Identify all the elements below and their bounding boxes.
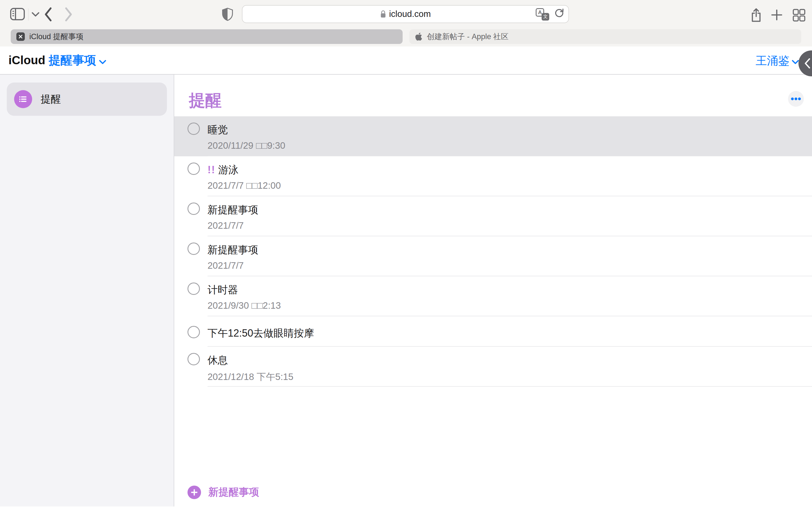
tab-label: iCloud 提醒事项 bbox=[29, 32, 84, 42]
row-divider bbox=[207, 386, 812, 387]
reminder-complete-toggle[interactable] bbox=[188, 353, 200, 365]
collapse-panel-button[interactable] bbox=[799, 50, 812, 76]
chevron-left-icon bbox=[45, 7, 52, 21]
translate-button[interactable]: A 文 bbox=[536, 8, 549, 20]
user-menu[interactable]: 王涌鉴 bbox=[756, 47, 799, 75]
plus-icon bbox=[770, 8, 783, 21]
tab-label: 创建新帖子 - Apple 社区 bbox=[427, 32, 509, 42]
shield-icon bbox=[221, 7, 234, 21]
chevron-right-icon bbox=[65, 7, 72, 21]
reload-icon bbox=[554, 8, 565, 19]
reminder-complete-toggle[interactable] bbox=[188, 122, 200, 135]
chevron-down-icon bbox=[99, 60, 106, 64]
sidebar-toggle-icon bbox=[10, 8, 25, 20]
reminder-date: 2021/7/7 bbox=[207, 260, 812, 271]
lock-icon bbox=[380, 10, 386, 18]
reminders-list-icon bbox=[14, 90, 32, 108]
lists-sidebar: 提醒 bbox=[0, 75, 174, 506]
reminder-date: 2021/12/18 下午5:15 bbox=[207, 371, 812, 383]
reminder-title: 计时器 bbox=[207, 284, 238, 295]
reminder-title: 新提醒事项 bbox=[207, 204, 258, 216]
browser-chrome: icloud.com A 文 bbox=[0, 0, 812, 47]
list-title: 提醒 bbox=[189, 90, 221, 112]
share-icon bbox=[750, 7, 762, 22]
sidebar-toggle-button[interactable] bbox=[10, 8, 25, 20]
forward-button[interactable] bbox=[65, 7, 72, 21]
reminder-complete-toggle[interactable] bbox=[188, 163, 200, 175]
reminder-complete-toggle[interactable] bbox=[188, 283, 200, 295]
reminders-panel: 提醒 睡觉 2020/11/29 □□9:30 !!游泳 2021/7/7 □□… bbox=[174, 75, 812, 506]
url-text: icloud.com bbox=[389, 9, 431, 19]
reminder-row[interactable]: 新提醒事项 2021/7/7 bbox=[174, 196, 812, 236]
apple-logo-icon bbox=[415, 32, 422, 41]
back-button[interactable] bbox=[45, 7, 52, 21]
reminder-row[interactable]: 下午12:50去做眼睛按摩 bbox=[174, 316, 812, 347]
icloud-label: iCloud bbox=[8, 54, 45, 67]
reminder-complete-toggle[interactable] bbox=[188, 203, 200, 215]
tabs-grid-icon bbox=[792, 8, 806, 22]
address-bar[interactable]: icloud.com A 文 bbox=[242, 5, 569, 23]
priority-marker: !! bbox=[207, 164, 215, 175]
close-tab-icon[interactable] bbox=[16, 33, 25, 41]
content-area: 提醒 提醒 睡觉 2020/11/29 □□9:30 !!游泳 2021/7/7… bbox=[0, 75, 812, 506]
reminder-row[interactable]: !!游泳 2021/7/7 □□12:00 bbox=[174, 156, 812, 196]
more-options-button[interactable] bbox=[788, 91, 804, 107]
reminder-list: 睡觉 2020/11/29 □□9:30 !!游泳 2021/7/7 □□12:… bbox=[174, 116, 812, 387]
reminder-row[interactable]: 新提醒事项 2021/7/7 bbox=[174, 236, 812, 276]
toolbar-divider bbox=[28, 8, 29, 21]
ellipsis-icon bbox=[791, 97, 801, 101]
reminder-complete-toggle[interactable] bbox=[188, 242, 200, 255]
reminder-row[interactable]: 计时器 2021/9/30 □□2:13 bbox=[174, 276, 812, 316]
tab-icloud-reminders[interactable]: iCloud 提醒事项 bbox=[11, 29, 403, 44]
new-tab-button[interactable] bbox=[770, 8, 783, 21]
reminder-date: 2021/7/7 bbox=[207, 220, 812, 231]
tab-apple-community[interactable]: 创建新帖子 - Apple 社区 bbox=[409, 29, 801, 44]
share-button[interactable] bbox=[750, 7, 762, 22]
reminder-title: 游泳 bbox=[218, 164, 239, 175]
icloud-header: iCloud 提醒事项 王涌鉴 bbox=[0, 47, 812, 75]
add-reminder-button[interactable]: 新提醒事项 bbox=[188, 485, 259, 499]
plus-circle-icon bbox=[188, 486, 201, 499]
chevron-left-icon bbox=[804, 58, 810, 69]
chevron-down-icon bbox=[792, 60, 799, 64]
reminder-title: 下午12:50去做眼睛按摩 bbox=[207, 327, 314, 339]
reminder-date: 2021/7/7 □□12:00 bbox=[207, 180, 812, 191]
reminder-date: 2020/11/29 □□9:30 bbox=[207, 140, 812, 151]
reminder-row[interactable]: 睡觉 2020/11/29 □□9:30 bbox=[174, 116, 812, 156]
sidebar-options-button[interactable] bbox=[32, 12, 40, 17]
user-name-label: 王涌鉴 bbox=[756, 53, 790, 68]
reminder-date: 2021/9/30 □□2:13 bbox=[207, 300, 812, 311]
reminder-title: 新提醒事项 bbox=[207, 244, 258, 256]
app-name-label: 提醒事项 bbox=[49, 52, 96, 68]
reminder-complete-toggle[interactable] bbox=[188, 326, 200, 338]
tab-overview-button[interactable] bbox=[792, 8, 806, 22]
reload-button[interactable] bbox=[554, 8, 565, 20]
reminder-row[interactable]: 休息 2021/12/18 下午5:15 bbox=[174, 347, 812, 387]
tab-bar: iCloud 提醒事项 创建新帖子 - Apple 社区 bbox=[0, 29, 812, 44]
browser-toolbar: icloud.com A 文 bbox=[0, 0, 812, 29]
sidebar-item-label: 提醒 bbox=[41, 93, 61, 106]
app-switcher[interactable]: iCloud 提醒事项 bbox=[8, 52, 106, 68]
reminder-title: 休息 bbox=[207, 354, 228, 366]
chevron-down-icon bbox=[32, 12, 40, 17]
sidebar-item-reminders[interactable]: 提醒 bbox=[7, 82, 167, 116]
privacy-report-button[interactable] bbox=[221, 7, 234, 21]
reminder-title: 睡觉 bbox=[207, 124, 228, 135]
add-reminder-label: 新提醒事项 bbox=[208, 485, 259, 499]
